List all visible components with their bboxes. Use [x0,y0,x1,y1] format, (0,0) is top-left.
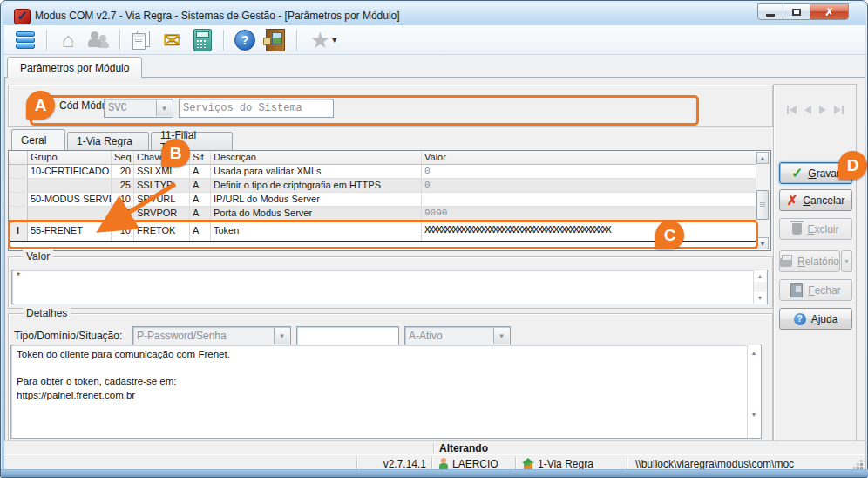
help-button[interactable]: ? [233,29,257,51]
scroll-up-icon[interactable]: ▲ [748,347,760,358]
header-seq[interactable]: Seq [112,151,134,164]
module-groupbox: Cód Módulo SVC ▾ Serviços do Sistema [8,85,773,127]
situacao-combobox[interactable]: A-Ativo ▾ [404,326,511,345]
cell-chave[interactable]: SRVURL [134,193,190,206]
chevron-down-icon[interactable]: ▾ [156,100,172,116]
calculator-button[interactable] [190,29,214,51]
cell-seq[interactable]: 20 [112,165,134,178]
cell-valor[interactable]: 0 [422,179,757,192]
cell-chave[interactable]: SSLTYP [134,179,190,192]
header-valor[interactable]: Valor [422,151,757,164]
action-panel: ✓ Gravar ✗ Cancelar Excluir Relatório ▾ … [773,84,857,441]
cell-valor[interactable]: 0 [422,165,757,178]
check-icon: ✓ [791,167,803,180]
ajuda-button[interactable]: ? Ajuda [779,308,852,330]
table-row[interactable]: 25 SSLTYP A Definir o tipo de criptograf… [9,179,757,193]
scroll-down-icon[interactable]: ▼ [754,292,766,304]
cell-grupo[interactable]: 50-MODUS SERVER [28,193,112,206]
previous-record-icon[interactable] [804,106,811,114]
favorites-button[interactable]: ★ ▾ [306,29,341,51]
cell-grupo[interactable]: 10-CERTIFICADO [28,165,112,178]
last-record-icon[interactable] [834,106,844,114]
maximize-icon [792,9,801,16]
annotation-badge-c: C [655,221,684,249]
table-row[interactable]: 20 SRVPOR A Porta do Modus Server 9090 [9,207,757,221]
cell-sit[interactable]: A [190,165,211,178]
scroll-down-icon[interactable]: ▼ [756,237,769,249]
chevron-down-icon[interactable]: ▾ [274,328,289,344]
cell-valor-token[interactable]: XXXXXXXXXXXXXXXXXXXXXXXXXXXXXXXXXXXXXXXX… [422,222,757,241]
tab-geral[interactable]: Geral [11,129,65,150]
table-row[interactable]: 10-CERTIFICADO 20 SSLXML A Usada para va… [9,165,757,179]
cell-grupo[interactable] [28,179,112,192]
minimize-button[interactable] [757,3,783,20]
detalhes-groupbox: Detalhes Tipo/Domínio/Situação: P-Passwo… [8,313,773,442]
table-row-selected[interactable]: I 55-FRENET 10 FRETOK A Token XXXXXXXXXX… [9,221,757,242]
menu-button[interactable] [13,29,37,51]
toolbar-separator [46,30,47,51]
cell-sit[interactable]: A [190,222,211,241]
resize-grip[interactable] [852,459,863,469]
cell-seq[interactable]: 25 [112,179,134,192]
grid-scrollbar[interactable]: ▲ ▼ [756,152,770,249]
help-icon: ? [234,30,255,51]
cell-descricao[interactable]: IP/URL do Modus Server [211,193,422,206]
cell-seq[interactable]: 20 [112,207,134,220]
cancelar-button[interactable]: ✗ Cancelar [779,189,852,211]
home-button[interactable]: ⌂ [56,29,80,51]
window-controls: ✗ [757,3,849,21]
cell-valor[interactable]: 9090 [422,207,757,220]
title-bar[interactable]: ✓ Modus COM v2.7 - Via Regra - Sistemas … [3,3,866,25]
cell-sit[interactable]: A [190,207,211,220]
app-logo-icon: ✓ [14,9,31,24]
next-record-icon[interactable] [819,106,826,114]
header-sit[interactable]: Sit [190,151,211,164]
tab-parametros-por-modulo[interactable]: Parâmetros por Módulo [7,57,142,79]
toolbar-separator [119,30,120,51]
header-grupo[interactable]: Grupo [28,151,112,164]
scrollbar-thumb[interactable] [756,190,769,220]
maximize-button[interactable] [783,3,810,20]
calculator-icon [193,29,212,51]
cell-grupo[interactable]: 55-FRENET [28,222,112,241]
annotation-badge-b: B [161,139,190,167]
scroll-down-icon[interactable]: ▼ [748,409,760,420]
descricao-textarea[interactable]: Token do cliente para comunicação com Fr… [10,345,762,439]
module-description-field[interactable]: Serviços do Sistema [179,99,334,118]
valor-scrollbar[interactable]: ▲ ▼ [753,270,767,304]
module-code-combobox[interactable]: SVC ▾ [104,99,173,118]
chevron-down-icon[interactable]: ▾ [493,328,509,344]
dominio-field[interactable] [296,326,399,345]
cell-valor[interactable] [422,193,757,206]
cell-descricao[interactable]: Usada para validar XMLs [211,165,422,178]
cell-descricao[interactable]: Token [211,222,422,241]
status-divider [627,457,627,470]
report-button[interactable] [129,29,153,51]
cell-sit[interactable]: A [190,193,211,206]
cell-chave[interactable]: SRVPOR [134,207,190,220]
table-row[interactable]: 50-MODUS SERVER 10 SRVURL A IP/URL do Mo… [9,193,757,207]
users-button[interactable] [86,29,111,51]
cell-descricao[interactable]: Porta do Modus Server [211,207,422,220]
tab-via-regra[interactable]: 1-Via Regra [67,132,149,150]
cell-grupo[interactable] [28,207,112,220]
close-button[interactable]: ✗ [810,3,849,20]
scroll-up-icon[interactable]: ▲ [754,270,766,282]
cell-sit[interactable]: A [190,179,211,192]
scroll-up-icon[interactable]: ▲ [756,152,769,164]
mail-button[interactable]: ✉ [159,29,184,51]
header-descricao[interactable]: Descrição [211,151,422,164]
status-user-name: LAERCIO [452,458,498,470]
cell-descricao[interactable]: Definir o tipo de criptografia em HTTPS [211,179,422,192]
first-record-icon[interactable] [787,106,797,114]
descricao-scrollbar[interactable]: ▲ ▼ [747,345,761,438]
window-bottom-frame [1,469,868,477]
cell-chave[interactable]: FRETOK [134,222,190,241]
valor-textarea[interactable]: * ▲ ▼ [11,270,768,304]
tipo-combobox[interactable]: P-Password/Senha ▾ [132,326,291,345]
star-icon: ★ [310,30,330,51]
exit-button[interactable] [263,29,288,51]
cell-seq[interactable]: 10 [112,222,134,241]
window-title: Modus COM v2.7 - Via Regra - Sistemas de… [35,10,400,22]
cell-seq[interactable]: 10 [112,193,134,206]
